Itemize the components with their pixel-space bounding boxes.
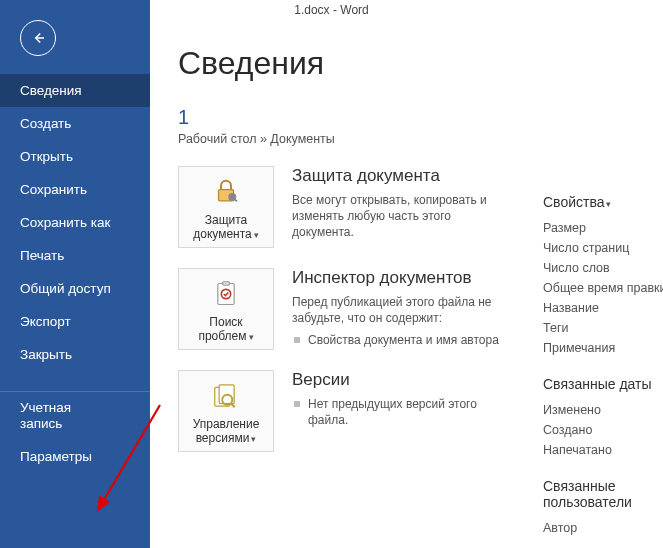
properties-pane: Свойства▾ Размер Число страниц Число сло…	[543, 194, 663, 548]
versions-icon	[211, 381, 241, 411]
prop-edit-time: Общее время правки	[543, 278, 663, 298]
nav-close[interactable]: Закрыть	[0, 338, 150, 371]
nav-print[interactable]: Печать	[0, 239, 150, 272]
versions-button-label: Управление версиями	[193, 417, 260, 445]
protect-document-button[interactable]: Защита документа▾	[178, 166, 274, 248]
svg-line-10	[231, 404, 235, 408]
nav-open[interactable]: Открыть	[0, 140, 150, 173]
lock-icon	[211, 177, 241, 207]
prop-printed: Напечатано	[543, 440, 663, 460]
document-name: 1	[178, 106, 663, 129]
prop-tags: Теги	[543, 318, 663, 338]
svg-rect-5	[223, 282, 230, 286]
check-issues-button[interactable]: Поиск проблем▾	[178, 268, 274, 350]
backstage-sidebar: Сведения Создать Открыть Сохранить Сохра…	[0, 0, 150, 548]
inspect-item: Свойства документа и имя автора	[292, 332, 502, 348]
nav-export[interactable]: Экспорт	[0, 305, 150, 338]
info-panel: Сведения 1 Рабочий стол » Документы Защи…	[150, 20, 663, 548]
arrow-left-icon	[29, 29, 47, 47]
protect-heading: Защита документа	[292, 166, 502, 186]
manage-versions-button[interactable]: Управление версиями▾	[178, 370, 274, 452]
versions-heading: Версии	[292, 370, 502, 390]
prop-author: Автор	[543, 518, 663, 538]
page-title: Сведения	[178, 45, 663, 82]
nav-info[interactable]: Сведения	[0, 74, 150, 107]
prop-pages: Число страниц	[543, 238, 663, 258]
nav-options[interactable]: Параметры	[0, 440, 150, 473]
nav-share[interactable]: Общий доступ	[0, 272, 150, 305]
prop-created: Создано	[543, 420, 663, 440]
protect-description: Все могут открывать, копировать и изменя…	[292, 192, 502, 241]
prop-comments: Примечания	[543, 338, 663, 358]
nav-account[interactable]: Учетная запись	[0, 391, 150, 440]
nav-save[interactable]: Сохранить	[0, 173, 150, 206]
chevron-down-icon: ▾	[606, 199, 611, 209]
prop-modified: Изменено	[543, 400, 663, 420]
nav-saveas[interactable]: Сохранить как	[0, 206, 150, 239]
inspect-button-label: Поиск проблем	[198, 315, 246, 343]
properties-heading[interactable]: Свойства▾	[543, 194, 663, 210]
prop-title: Название	[543, 298, 663, 318]
chevron-down-icon: ▾	[254, 230, 259, 240]
checklist-icon	[212, 279, 240, 309]
prop-words: Число слов	[543, 258, 663, 278]
chevron-down-icon: ▾	[251, 434, 256, 444]
related-dates-heading: Связанные даты	[543, 376, 663, 392]
versions-item: Нет предыдущих версий этого файла.	[292, 396, 502, 428]
chevron-down-icon: ▾	[249, 332, 254, 342]
nav-new[interactable]: Создать	[0, 107, 150, 140]
inspect-heading: Инспектор документов	[292, 268, 502, 288]
breadcrumb[interactable]: Рабочий стол » Документы	[178, 132, 663, 146]
back-button[interactable]	[20, 20, 56, 56]
inspect-description: Перед публикацией этого файла не забудьт…	[292, 294, 502, 326]
prop-size: Размер	[543, 218, 663, 238]
nav-list: Сведения Создать Открыть Сохранить Сохра…	[0, 74, 150, 473]
protect-button-label: Защита документа	[193, 213, 252, 241]
related-people-heading: Связанные пользователи	[543, 478, 663, 510]
